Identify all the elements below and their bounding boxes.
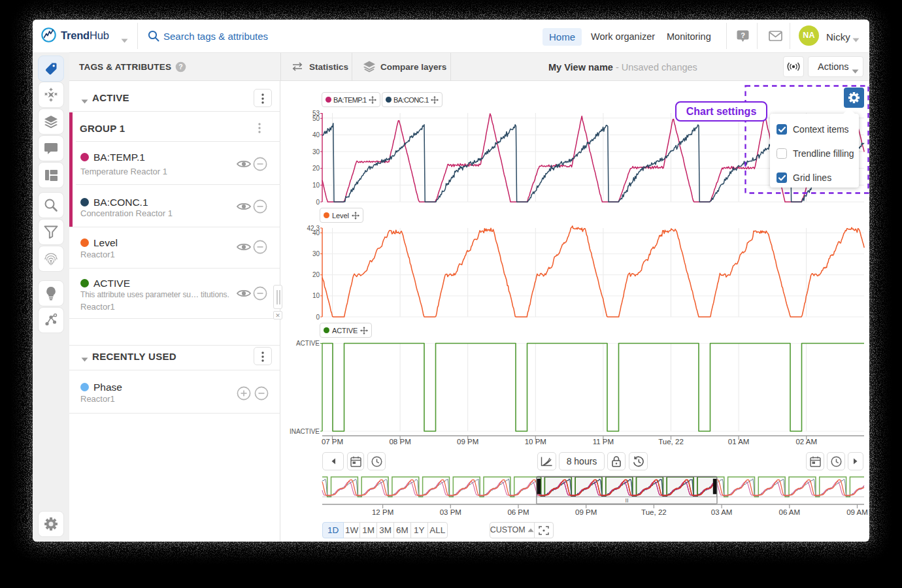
- svg-text:30: 30: [312, 148, 320, 155]
- svg-text:11 PM: 11 PM: [593, 438, 614, 446]
- svg-text:Tue, 22: Tue, 22: [658, 438, 684, 446]
- svg-text:0: 0: [316, 199, 320, 206]
- svg-text:10 PM: 10 PM: [525, 438, 546, 446]
- svg-text:03 AM: 03 AM: [711, 508, 733, 516]
- svg-text:20: 20: [312, 271, 320, 278]
- svg-text:09 AM: 09 AM: [846, 508, 868, 516]
- svg-text:10: 10: [312, 182, 320, 189]
- svg-text:09 PM: 09 PM: [457, 438, 478, 446]
- svg-text:40: 40: [312, 131, 320, 139]
- svg-text:06 AM: 06 AM: [778, 508, 800, 516]
- svg-text:07 PM: 07 PM: [322, 438, 343, 446]
- svg-text:09 PM: 09 PM: [575, 508, 597, 516]
- svg-text:01 AM: 01 AM: [728, 438, 750, 446]
- svg-text:INACTIVE: INACTIVE: [290, 428, 320, 435]
- svg-text:?: ?: [178, 63, 182, 71]
- svg-text:06 PM: 06 PM: [507, 508, 529, 516]
- svg-text:0: 0: [316, 314, 320, 321]
- svg-text:12 PM: 12 PM: [372, 508, 393, 516]
- svg-text:40: 40: [312, 229, 320, 237]
- svg-text:ACTIVE: ACTIVE: [296, 340, 320, 347]
- svg-text:Tue, 22: Tue, 22: [641, 508, 667, 516]
- svg-text:03 PM: 03 PM: [440, 508, 461, 516]
- svg-text:08 PM: 08 PM: [389, 438, 410, 446]
- svg-text:II: II: [625, 497, 628, 504]
- svg-text:20: 20: [312, 165, 320, 172]
- svg-text:02 AM: 02 AM: [795, 438, 817, 446]
- svg-text:50: 50: [312, 115, 320, 122]
- svg-text:30: 30: [312, 250, 320, 257]
- svg-text:10: 10: [312, 292, 320, 299]
- svg-text:?: ?: [741, 31, 745, 39]
